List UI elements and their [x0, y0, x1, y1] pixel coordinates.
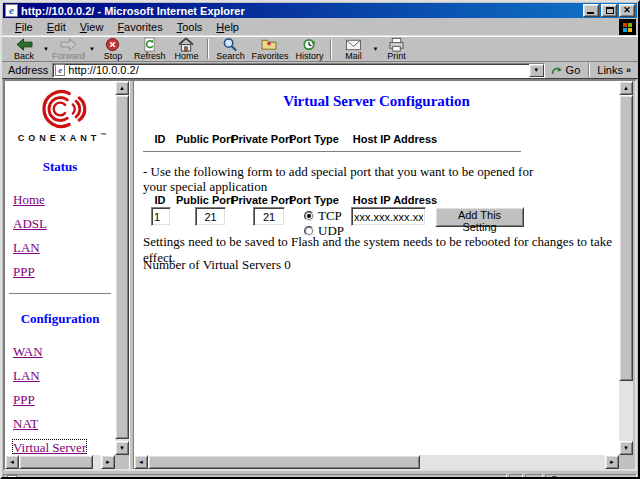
conexant-logo	[28, 87, 92, 131]
main-vscroll-thumb[interactable]	[619, 95, 633, 381]
status-message-pane: e Done	[3, 474, 507, 479]
close-button[interactable]: ✕	[619, 4, 635, 17]
id-field[interactable]	[151, 207, 171, 226]
status-pane	[509, 474, 523, 479]
refresh-icon	[142, 37, 157, 52]
public-port-field[interactable]	[195, 207, 226, 226]
go-arrow-icon	[551, 64, 563, 76]
ie-page-icon: e	[7, 475, 17, 479]
mail-icon	[345, 37, 362, 52]
scroll-down-icon[interactable]: ▼	[115, 441, 129, 455]
address-bar: Address e ▼ Go Links »	[2, 62, 638, 79]
sidebar-vscroll-thumb[interactable]	[115, 95, 129, 439]
status-message: Done	[23, 476, 47, 479]
mail-button[interactable]: Mail	[335, 37, 371, 61]
status-zone-pane: Internet	[545, 474, 637, 479]
sidebar-item-nat[interactable]: NAT	[5, 412, 115, 436]
main-horizontal-scrollbar[interactable]: ◄ ►	[134, 455, 619, 469]
search-icon	[222, 37, 238, 52]
scroll-right-icon[interactable]: ►	[605, 455, 619, 469]
window-title: http://10.0.0.2/ - Microsoft Internet Ex…	[21, 5, 583, 17]
stop-icon	[105, 37, 120, 52]
column-header-host-ip: Host IP Address	[350, 133, 440, 145]
address-dropdown-icon[interactable]: ▼	[529, 64, 544, 77]
menu-view[interactable]: View	[73, 20, 111, 34]
menu-edit[interactable]: Edit	[40, 20, 73, 34]
sidebar-frame: CONEXANT™ Status Home ADSL LAN PPP Confi…	[5, 81, 129, 469]
history-button[interactable]: History	[291, 37, 327, 61]
links-button[interactable]: Links »	[592, 64, 636, 76]
tcp-radio[interactable]	[304, 211, 314, 221]
sidebar-heading-configuration: Configuration	[5, 311, 115, 327]
sidebar-vertical-scrollbar[interactable]: ▲ ▼	[115, 81, 129, 455]
ie-page-icon: e	[55, 64, 65, 76]
windows-flag-icon	[623, 23, 632, 32]
print-button[interactable]: Print	[378, 37, 414, 61]
toolbar: Back ▼ Forward ▼ Stop Refresh	[2, 36, 638, 62]
titlebar: e http://10.0.0.2/ - Microsoft Internet …	[3, 3, 637, 18]
back-arrow-icon	[15, 37, 34, 52]
zone-label: Internet	[563, 476, 597, 479]
host-ip-field[interactable]	[351, 207, 426, 226]
browser-window: e http://10.0.0.2/ - Microsoft Internet …	[0, 0, 640, 479]
main-vertical-scrollbar[interactable]: ▲ ▼	[619, 81, 633, 455]
scroll-down-icon[interactable]: ▼	[619, 441, 633, 455]
private-port-field[interactable]	[253, 207, 285, 226]
stop-button[interactable]: Stop	[95, 37, 131, 61]
form-header-port-type: Port Type	[279, 194, 349, 206]
history-icon	[301, 37, 317, 52]
minimize-button[interactable]	[583, 4, 599, 17]
sidebar-item-wan[interactable]: WAN	[5, 340, 115, 364]
toolbar-separator	[330, 39, 332, 59]
go-button[interactable]: Go	[545, 64, 587, 76]
sidebar-hscroll-thumb[interactable]	[19, 455, 93, 469]
server-count-text: Number of Virtual Servers 0	[143, 257, 613, 273]
address-input[interactable]	[68, 64, 528, 76]
scrollbar-corner	[115, 455, 129, 469]
menu-favorites[interactable]: Favorites	[110, 20, 169, 34]
sidebar-item-lan-status[interactable]: LAN	[5, 236, 115, 260]
toolbar-separator	[207, 39, 209, 59]
intro-text: - Use the following form to add special …	[143, 164, 535, 194]
sidebar: CONEXANT™ Status Home ADSL LAN PPP Confi…	[5, 81, 115, 455]
main-hscroll-thumb[interactable]	[148, 455, 420, 469]
sidebar-item-home[interactable]: Home	[5, 188, 115, 212]
sidebar-item-adsl[interactable]: ADSL	[5, 212, 115, 236]
minimize-icon	[587, 12, 594, 14]
ie-throbber	[619, 19, 636, 35]
favorites-button[interactable]: Favorites	[248, 37, 291, 61]
scroll-up-icon[interactable]: ▲	[619, 81, 633, 95]
page-content: CONEXANT™ Status Home ADSL LAN PPP Confi…	[3, 79, 637, 471]
address-field[interactable]: e ▼	[52, 63, 544, 78]
add-this-setting-button[interactable]: Add This Setting	[435, 207, 524, 227]
sidebar-item-ppp-config[interactable]: PPP	[5, 388, 115, 412]
main-content: Virtual Server Configuration ID Public P…	[134, 81, 619, 455]
page-title: Virtual Server Configuration	[134, 93, 619, 110]
scroll-right-icon[interactable]: ►	[101, 455, 115, 469]
home-button[interactable]: Home	[168, 37, 204, 61]
refresh-button[interactable]: Refresh	[131, 37, 169, 61]
sidebar-item-virtual-server[interactable]: Virtual Server	[5, 436, 115, 455]
forward-button[interactable]: Forward	[49, 37, 88, 61]
sidebar-item-ppp-status[interactable]: PPP	[5, 260, 115, 284]
restore-icon	[606, 7, 614, 14]
status-bar: e Done Internet	[3, 472, 637, 479]
menu-help[interactable]: Help	[209, 20, 246, 34]
home-icon	[178, 37, 194, 52]
search-button[interactable]: Search	[212, 37, 248, 61]
print-icon	[388, 37, 405, 52]
status-pane	[525, 474, 543, 479]
sidebar-horizontal-scrollbar[interactable]: ◄ ►	[5, 455, 115, 469]
form-header-row: ID Public Port Private Port Port Type Ho…	[134, 194, 619, 207]
scroll-left-icon[interactable]: ◄	[134, 455, 148, 469]
sidebar-item-lan-config[interactable]: LAN	[5, 364, 115, 388]
port-type-tcp-option[interactable]: TCP	[304, 209, 342, 222]
form-header-host-ip: Host IP Address	[350, 194, 440, 206]
back-button[interactable]: Back	[6, 37, 42, 61]
menu-tools[interactable]: Tools	[170, 20, 210, 34]
scroll-left-icon[interactable]: ◄	[5, 455, 19, 469]
menu-file[interactable]: File	[8, 20, 40, 34]
scroll-up-icon[interactable]: ▲	[115, 81, 129, 95]
go-label: Go	[566, 64, 581, 76]
restore-button[interactable]	[601, 4, 617, 17]
